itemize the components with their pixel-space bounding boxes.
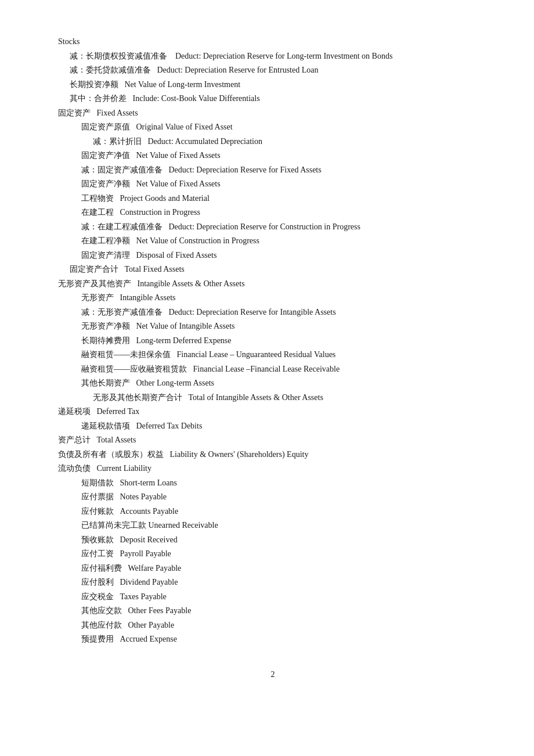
line-intangible-other: 无形资产及其他资产 Intangible Assets & Other Asse… <box>58 277 488 291</box>
line-payroll-payable: 应付工资 Payroll Payable <box>58 547 488 561</box>
line-net-fixed-2: 固定资产净额 Net Value of Fixed Assets <box>58 177 488 192</box>
line-stocks: Stocks <box>58 35 488 49</box>
line-dividend-payable: 应付股利 Dividend Payable <box>58 575 488 590</box>
line-deduct-depreciation: 减：累计折旧 Deduct: Accumulated Depreciation <box>58 135 488 149</box>
line-disposal-fixed: 固定资产清理 Disposal of Fixed Assets <box>58 249 488 263</box>
line-deferred-tax-debits: 递延税款借项 Deferred Tax Debits <box>58 419 488 434</box>
line-net-fixed: 固定资产净值 Net Value of Fixed Assets <box>58 149 488 163</box>
line-deposit-received: 预收账款 Deposit Received <box>58 533 488 548</box>
line-net-construction: 在建工程净额 Net Value of Construction in Prog… <box>58 234 488 249</box>
line-project-goods: 工程物资 Project Goods and Material <box>58 192 488 206</box>
line-welfare-payable: 应付福利费 Welfare Payable <box>58 561 488 576</box>
line-finance-lease-unguaranteed: 融资租赁——未担保余值 Financial Lease – Unguarante… <box>58 348 488 362</box>
line-deduct-construction: 减：在建工程减值准备 Deduct: Depreciation Reserve … <box>58 220 488 235</box>
line-current-liability: 流动负债 Current Liability <box>58 462 488 476</box>
line-deduct-intangible: 减：无形资产减值准备 Deduct: Depreciation Reserve … <box>58 305 488 320</box>
line-include-cost: 其中：合并价差 Include: Cost-Book Value Differe… <box>58 92 488 106</box>
line-accrued-expense: 预提费用 Accrued Expense <box>58 632 488 647</box>
line-accounts-payable: 应付账款 Accounts Payable <box>58 505 488 519</box>
line-finance-lease-receivable: 融资租赁——应收融资租赁款 Financial Lease –Financial… <box>58 362 488 377</box>
line-original-value: 固定资产原值 Original Value of Fixed Asset <box>58 120 488 135</box>
line-total-intangible-other: 无形及其他长期资产合计 Total of Intangible Assets &… <box>58 391 488 405</box>
line-deduct-entrusted: 减：委托贷款减值准备 Deduct: Depreciation Reserve … <box>58 63 488 78</box>
line-other-payable: 其他应付款 Other Payable <box>58 618 488 633</box>
line-notes-payable: 应付票据 Notes Payable <box>58 490 488 505</box>
line-deferred-tax: 递延税项 Deferred Tax <box>58 405 488 419</box>
page-number: 2 <box>58 670 488 679</box>
line-construction-progress: 在建工程 Construction in Progress <box>58 206 488 220</box>
line-shortterm-loans: 短期借款 Short-term Loans <box>58 476 488 491</box>
line-liability-equity: 负债及所有者（或股东）权益 Liability & Owners' (Share… <box>58 448 488 462</box>
line-taxes-payable: 应交税金 Taxes Payable <box>58 590 488 604</box>
line-total-assets: 资产总计 Total Assets <box>58 433 488 448</box>
line-other-longterm: 其他长期资产 Other Long-term Assets <box>58 376 488 391</box>
line-deduct-bonds: 减：长期债权投资减值准备 Deduct: Depreciation Reserv… <box>58 49 488 64</box>
line-unearned-receivable: 已结算尚未完工款 Unearned Receivable <box>58 519 488 533</box>
line-net-intangible: 无形资产净额 Net Value of Intangible Assets <box>58 319 488 334</box>
line-fixed-assets: 固定资产 Fixed Assets <box>58 106 488 121</box>
line-longterm-deferred: 长期待摊费用 Long-term Deferred Expense <box>58 334 488 348</box>
line-longterm-invest: 长期投资净额 Net Value of Long-term Investment <box>58 78 488 92</box>
line-intangible: 无形资产 Intangible Assets <box>58 291 488 305</box>
line-deduct-reserve-fixed: 减：固定资产减值准备 Deduct: Depreciation Reserve … <box>58 163 488 178</box>
line-total-fixed: 固定资产合计 Total Fixed Assets <box>58 262 488 277</box>
line-other-fees-payable: 其他应交款 Other Fees Payable <box>58 604 488 618</box>
